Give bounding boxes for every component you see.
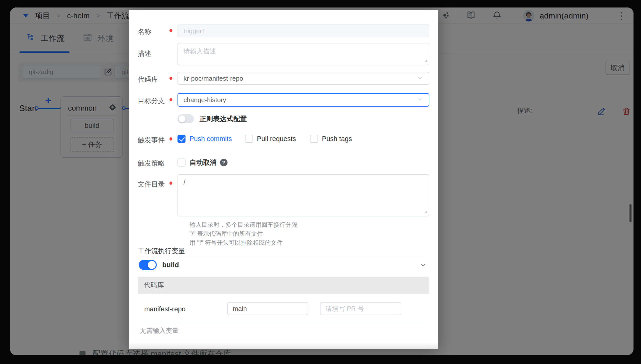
required-dot <box>169 182 172 185</box>
screen: 项目 > c-helm > 工作流 > g <box>0 0 641 364</box>
repo-row-name: manifest-repo <box>144 305 185 313</box>
required-dot <box>169 29 172 32</box>
dirs-label: 文件目录 <box>138 180 165 189</box>
push-commits-checkbox[interactable] <box>177 135 185 143</box>
dirs-value: / <box>178 175 429 186</box>
desc-placeholder: 请输入描述 <box>178 44 429 55</box>
job-build-toggle[interactable] <box>139 260 157 270</box>
required-dot <box>169 98 172 101</box>
branch-input-value: main <box>233 305 247 312</box>
repo-label: 代码库 <box>138 75 158 84</box>
regex-toggle-row: 正则表达式配置 <box>177 114 247 123</box>
desc-label: 描述 <box>138 49 151 58</box>
row-divider <box>138 323 429 323</box>
dirs-help-line3: 用 "!" 符号开头可以排除相应的文件 <box>189 238 298 247</box>
repo-select[interactable]: kr-poc/manifest-repo <box>177 72 429 85</box>
resize-grip-icon[interactable] <box>423 58 428 64</box>
no-vars-text: 无需输入变量 <box>140 326 179 335</box>
dirs-help-line1: 输入目录时，多个目录请用回车换行分隔 <box>189 220 298 229</box>
branch-select[interactable]: change-history <box>177 93 429 106</box>
branch-label: 目标分支 <box>138 96 165 105</box>
policy-label: 触发策略 <box>138 159 165 168</box>
auto-cancel-label: 自动取消 <box>189 158 217 167</box>
name-label: 名称 <box>138 27 151 36</box>
policy-row: 自动取消 ? <box>177 158 228 167</box>
events-checkbox-group: Push commits Pull requests Push tags <box>177 135 352 143</box>
vars-section-title: 工作流执行变量 <box>138 246 185 256</box>
pull-requests-checkbox[interactable] <box>245 135 253 143</box>
desc-textarea[interactable]: 请输入描述 <box>177 43 429 66</box>
toggle-knob <box>148 261 156 269</box>
collapse-chevron-icon[interactable] <box>420 262 427 270</box>
name-input-value: trigger1 <box>178 25 429 37</box>
job-build-label: build <box>162 261 179 269</box>
pull-requests-label: Pull requests <box>257 135 296 143</box>
resize-grip-icon[interactable] <box>423 210 428 215</box>
pr-input-placeholder: 请填写 PR 号 <box>325 305 364 312</box>
push-commits-label: Push commits <box>189 135 232 143</box>
dirs-help-line2: "/" 表示代码库中的所有文件 <box>189 229 298 238</box>
help-question-icon[interactable]: ? <box>220 159 228 166</box>
dialog-bottom-fade <box>129 342 438 349</box>
required-dot <box>169 137 172 140</box>
name-input[interactable]: trigger1 <box>177 24 429 37</box>
events-label: 触发事件 <box>138 136 165 144</box>
branch-input[interactable]: main <box>227 302 308 315</box>
push-tags-checkbox[interactable] <box>310 135 318 143</box>
dirs-help-text: 输入目录时，多个目录请用回车换行分隔 "/" 表示代码库中的所有文件 用 "!"… <box>189 220 298 247</box>
push-tags-label: Push tags <box>322 135 352 143</box>
repo-group-label: 代码库 <box>144 280 164 290</box>
regex-toggle-label: 正则表达式配置 <box>199 114 247 123</box>
auto-cancel-checkbox[interactable] <box>177 158 185 166</box>
branch-select-value: change-history <box>178 94 429 106</box>
chevron-down-icon <box>417 75 423 82</box>
dirs-textarea[interactable]: / <box>177 174 429 216</box>
toggle-knob <box>178 115 185 122</box>
trigger-config-dialog: 名称 trigger1 描述 请输入描述 代码库 kr-poc/manifest… <box>129 10 438 349</box>
regex-toggle[interactable] <box>177 114 194 123</box>
required-dot <box>169 77 172 80</box>
repo-select-value: kr-poc/manifest-repo <box>178 72 429 84</box>
repo-group-header: 代码库 <box>138 276 429 294</box>
job-toggle-row: build <box>139 260 179 270</box>
section-divider <box>138 257 429 257</box>
chevron-down-icon <box>417 96 423 104</box>
pr-number-input[interactable]: 请填写 PR 号 <box>320 302 401 315</box>
